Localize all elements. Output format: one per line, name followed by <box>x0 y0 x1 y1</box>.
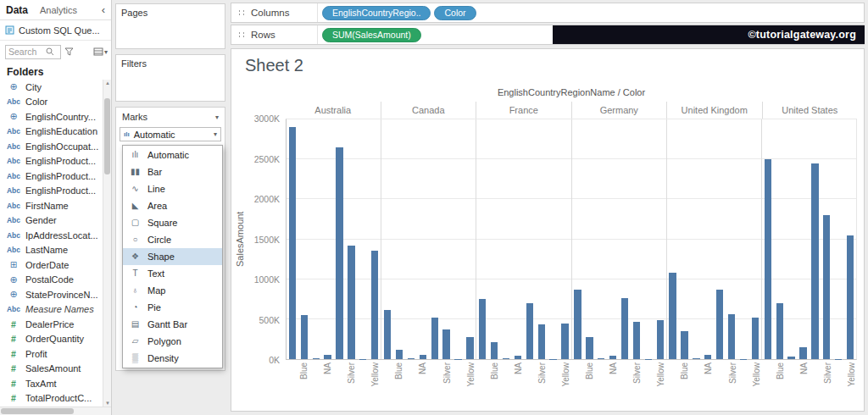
field-item-englishproduct[interactable]: AbcEnglishProduct... <box>0 154 103 169</box>
scroll-up-icon[interactable]: ▲ <box>103 80 112 86</box>
collapse-pane-icon[interactable]: ‹ <box>96 3 111 16</box>
bar-canada-blue[interactable] <box>396 350 403 359</box>
marks-menu-item-text[interactable]: TText <box>123 265 222 282</box>
view-options-toggle[interactable]: ▾ <box>93 47 108 56</box>
marks-menu-item-polygon[interactable]: ▱Polygon <box>123 333 222 350</box>
scrollbar-thumb[interactable] <box>104 98 110 174</box>
pages-shelf[interactable]: Pages <box>115 3 225 49</box>
bar-france-silver[interactable] <box>538 324 545 360</box>
bar-united-states-multi[interactable] <box>787 357 794 359</box>
columns-shelf[interactable]: Columns EnglishCountryRegio..Color <box>231 3 865 23</box>
custom-sql-item[interactable]: Custom SQL Que... <box>0 20 111 41</box>
bar-germany-blue[interactable] <box>586 337 593 359</box>
chevron-down-icon[interactable]: ▾ <box>215 113 219 121</box>
data-pane-hscrollbar[interactable] <box>0 407 111 415</box>
tab-data[interactable]: Data <box>0 4 34 16</box>
data-pane-scrollbar[interactable]: ▲ ▼ <box>103 80 111 407</box>
bar-canada-multi[interactable] <box>408 358 415 359</box>
bar-australia-multi[interactable] <box>313 358 320 359</box>
bar-canada-na[interactable] <box>420 355 426 359</box>
bar-united-kingdom-blue[interactable] <box>681 331 687 359</box>
bar-canada-red[interactable] <box>431 318 438 359</box>
marks-menu-item-shape[interactable]: ❖Shape <box>123 248 222 265</box>
field-item-dealerprice[interactable]: #DealerPrice <box>0 317 103 332</box>
bar-united-kingdom-silver[interactable] <box>728 314 735 359</box>
field-item-stateprovincen[interactable]: ⊕StateProvinceN... <box>0 287 103 302</box>
columns-shelf-field[interactable]: EnglishCountryRegio..Color <box>318 3 864 22</box>
pill-color[interactable]: Color <box>434 6 476 20</box>
filters-shelf[interactable]: Filters <box>115 54 225 102</box>
field-item-orderdate[interactable]: ⊞OrderDate <box>0 257 103 273</box>
bar-united-kingdom-yellow[interactable] <box>752 318 759 359</box>
field-item-englisheducation[interactable]: AbcEnglishEducation <box>0 125 103 140</box>
bar-germany-na[interactable] <box>609 356 616 359</box>
bar-australia-black[interactable] <box>289 127 296 359</box>
bar-australia-na[interactable] <box>324 355 331 359</box>
marks-type-dropdown[interactable]: ılı Automatic ▾ <box>120 127 221 141</box>
field-item-salesamount[interactable]: #SalesAmount <box>0 362 103 377</box>
bar-united-kingdom-red[interactable] <box>716 290 723 359</box>
field-item-englishproduct[interactable]: AbcEnglishProduct... <box>0 169 103 184</box>
marks-menu-item-circle[interactable]: ○Circle <box>123 231 222 248</box>
field-item-color[interactable]: AbcColor <box>0 95 103 110</box>
bar-france-multi[interactable] <box>503 358 509 359</box>
field-item-firstname[interactable]: AbcFirstName <box>0 198 103 213</box>
bar-united-states-silver[interactable] <box>823 215 830 359</box>
search-input[interactable] <box>8 47 46 57</box>
field-item-orderquantity[interactable]: #OrderQuantity <box>0 332 103 347</box>
field-item-city[interactable]: ⊕City <box>0 80 103 95</box>
bar-united-kingdom-multi[interactable] <box>693 358 699 359</box>
marks-menu-item-automatic[interactable]: ılıAutomatic <box>123 147 222 163</box>
bar-germany-black[interactable] <box>574 290 581 359</box>
bar-france-red[interactable] <box>526 303 533 359</box>
bar-united-kingdom-black[interactable] <box>669 273 676 359</box>
bar-australia-red[interactable] <box>336 147 342 359</box>
bar-united-states-red[interactable] <box>811 163 818 359</box>
field-item-englishcountry[interactable]: ⊕EnglishCountry... <box>0 109 103 125</box>
marks-menu-item-bar[interactable]: ▮▮Bar <box>123 163 222 180</box>
bar-canada-silver[interactable] <box>442 329 449 359</box>
bar-france-yellow[interactable] <box>561 324 568 359</box>
pill-englishcountryregio[interactable]: EnglishCountryRegio.. <box>322 6 431 20</box>
bar-united-states-yellow[interactable] <box>847 235 854 359</box>
marks-menu-item-square[interactable]: ▢Square <box>123 214 222 231</box>
field-item-gender[interactable]: AbcGender <box>0 213 103 229</box>
marks-menu-item-area[interactable]: ◣Area <box>123 197 222 214</box>
bar-germany-yellow[interactable] <box>657 320 664 359</box>
tab-analytics[interactable]: Analytics <box>34 5 83 15</box>
bar-australia-yellow[interactable] <box>371 251 378 359</box>
bar-france-black[interactable] <box>479 299 486 359</box>
marks-menu-item-line[interactable]: ∿Line <box>123 180 222 197</box>
bar-france-blue[interactable] <box>491 342 498 359</box>
marks-menu-item-density[interactable]: ▒Density <box>123 350 222 367</box>
bar-canada-black[interactable] <box>384 310 391 359</box>
marks-menu-item-gantt-bar[interactable]: ▤Gantt Bar <box>123 316 222 333</box>
scroll-down-icon[interactable]: ▼ <box>103 401 112 406</box>
field-item-ipaddresslocat[interactable]: AbcIpAddressLocat... <box>0 228 103 243</box>
bar-australia-blue[interactable] <box>301 315 308 359</box>
field-item-taxamt[interactable]: #TaxAmt <box>0 376 103 391</box>
bar-united-states-na[interactable] <box>799 347 806 359</box>
bar-germany-red[interactable] <box>621 298 628 359</box>
bar-united-states-blue[interactable] <box>776 303 783 359</box>
bar-united-states-black[interactable] <box>765 159 771 359</box>
field-item-lastname[interactable]: AbcLastName <box>0 243 103 258</box>
bar-germany-silver[interactable] <box>633 322 640 359</box>
bar-canada-yellow[interactable] <box>466 337 473 359</box>
hscrollbar-thumb[interactable] <box>1 408 74 414</box>
field-item-totalproductc[interactable]: #TotalProductC... <box>0 391 103 407</box>
bar-united-kingdom-na[interactable] <box>704 355 711 359</box>
field-item-measure-names[interactable]: AbcMeasure Names <box>0 302 103 318</box>
field-item-profit[interactable]: #Profit <box>0 346 103 362</box>
bar-france-na[interactable] <box>515 356 521 359</box>
bar-australia-silver[interactable] <box>348 246 354 359</box>
bar-germany-multi[interactable] <box>598 358 604 359</box>
pill-sum-salesamount[interactable]: SUM(SalesAmount) <box>322 28 421 42</box>
field-item-englishoccupat[interactable]: AbcEnglishOccupat... <box>0 139 103 154</box>
search-box[interactable] <box>5 45 61 59</box>
marks-menu-item-map[interactable]: ♁Map <box>123 282 222 299</box>
filter-funnel-icon[interactable] <box>64 47 74 56</box>
field-item-englishproduct[interactable]: AbcEnglishProduct... <box>0 184 103 199</box>
marks-menu-item-pie[interactable]: ◔Pie <box>123 299 222 316</box>
field-item-postalcode[interactable]: ⊕PostalCode <box>0 273 103 288</box>
